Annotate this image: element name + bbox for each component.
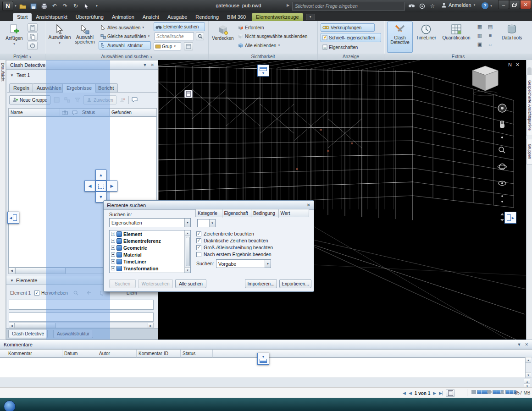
print-button[interactable] [39, 1, 49, 11]
hide-unselected-button[interactable]: Nicht ausgewählte ausblenden [236, 32, 309, 40]
scrollbar-thumb[interactable] [186, 237, 190, 266]
panel-pin-icon[interactable]: ▼ [143, 63, 147, 67]
tab-gespeicherte-ansichtspunkte[interactable]: Gespeicherte Ansichtspunkte [526, 75, 532, 136]
collapse-chevron-icon[interactable]: ▼ [10, 73, 14, 77]
tree-item-material[interactable]: +Material [110, 251, 190, 258]
find-button[interactable]: Suchen [109, 279, 136, 288]
scroll-up-icon[interactable]: ▲ [185, 230, 190, 236]
highlight-checkbox[interactable] [34, 290, 39, 296]
tree-item-timeliner[interactable]: +TimeLiner [110, 258, 190, 265]
tab-ansichtspunkt[interactable]: Ansichtspunkt [32, 13, 71, 21]
expand-icon[interactable]: + [111, 232, 115, 236]
viewport-close-icon[interactable]: ✕ [515, 62, 520, 68]
paste-button[interactable] [28, 23, 38, 32]
quick-find-button[interactable] [196, 33, 204, 40]
expand-icon[interactable]: + [111, 246, 115, 250]
properties-button[interactable]: Eigenschaften [321, 43, 368, 51]
tab-bim360[interactable]: BIM 360 [223, 13, 250, 21]
checkbox[interactable] [196, 238, 201, 243]
checkbox-row-diakritisch[interactable]: Diakritische Zeichen beachten [196, 238, 268, 243]
previous-sheet-icon[interactable]: ◀ [409, 391, 412, 395]
dialog-titlebar[interactable]: Elemente suchen ✕ [104, 201, 314, 210]
checkbox[interactable] [196, 245, 201, 250]
tab-draufsicht[interactable]: Draufsicht [0, 63, 5, 82]
select-all-button[interactable]: Alles auswählen ▼ [99, 23, 146, 32]
timeliner-button[interactable]: TimeLiner [414, 22, 438, 53]
signin-button[interactable]: Anmelden ▼ [441, 2, 476, 8]
dialog-close-icon[interactable]: ✕ [307, 203, 310, 208]
ribbon-collapse-caret-icon[interactable]: ▼ [306, 14, 315, 20]
tree-item-element[interactable]: +Element [110, 230, 190, 237]
expand-icon[interactable]: + [111, 266, 115, 270]
navigation-bar[interactable] [496, 102, 508, 225]
column-kommentar[interactable]: Kommentar [6, 350, 62, 358]
select-same-button[interactable]: Gleiche auswählen ▼ [99, 32, 152, 40]
expand-icon[interactable]: + [111, 252, 115, 257]
tree-item-geometrie[interactable]: +Geometrie [110, 244, 190, 251]
help-button[interactable]: ? ▼ [482, 2, 493, 9]
bottom-tab-clash-detective[interactable]: Clash Detective [8, 330, 48, 338]
test-row[interactable]: ▼ Test 1 [10, 72, 30, 78]
sheet-browser-button[interactable] [446, 389, 455, 397]
checkbox-row-erstes-ergebnis[interactable]: Nach erstem Ergebnis beenden [196, 252, 272, 257]
unhide-all-button[interactable]: Alle einblenden ▼ [236, 41, 282, 49]
quantification-button[interactable]: Quantification [439, 22, 473, 53]
hide-button[interactable]: Verdecken [211, 22, 234, 51]
column-bedingung[interactable]: Bedingung [251, 209, 279, 218]
undo-button[interactable]: ↶ [50, 1, 59, 11]
tree-vscrollbar[interactable]: ▲ ▼ [184, 230, 190, 273]
application-menu-button[interactable]: N [2, 1, 13, 11]
datatools-button[interactable]: DataTools [498, 22, 526, 53]
qat-customize-caret-icon[interactable]: ▼ [92, 1, 101, 11]
open-button[interactable] [18, 1, 28, 11]
new-group-button[interactable]: Neue Gruppe [9, 95, 50, 104]
compare-button[interactable]: ▥ [475, 32, 484, 39]
category-tree[interactable]: +Element +Elementreferenz +Geometrie +Ma… [109, 230, 191, 273]
viewport-3d[interactable] [158, 60, 526, 340]
expand-icon[interactable]: + [111, 239, 115, 243]
column-wert[interactable]: Wert [279, 209, 309, 218]
tab-start[interactable]: Start [13, 13, 32, 21]
application-menu-caret-icon[interactable]: ▼ [14, 5, 17, 7]
checkbox-row-gross-klein[interactable]: Groß-/Kleinschreibung beachten [196, 245, 273, 250]
comment-button[interactable] [130, 96, 139, 104]
group-label-projekt[interactable]: Projekt ▼ [0, 54, 45, 60]
start-button[interactable] [4, 400, 16, 411]
find-items-button[interactable]: Elemente suchen [154, 22, 205, 31]
scroll-left-icon[interactable]: ◀ [9, 323, 15, 328]
minimize-button[interactable]: – [498, 0, 509, 9]
column-found[interactable]: Gefunden [110, 109, 157, 117]
restore-button[interactable] [509, 0, 520, 9]
last-sheet-icon[interactable]: ▶ [439, 391, 443, 395]
tab-elementwerkzeuge[interactable]: Elementwerkzeuge [252, 13, 303, 21]
scroll-down-icon[interactable]: ▼ [526, 372, 531, 378]
tree-item-transformation[interactable]: +Transformation [110, 265, 190, 272]
next-sheet-icon[interactable]: ▶ [433, 391, 436, 395]
selection-tree-button[interactable]: Auswahl- struktur [99, 41, 151, 49]
column-autor[interactable]: Autor [97, 350, 137, 358]
scroll-left-icon[interactable]: ◀ [9, 268, 15, 274]
viewport-marker-icon[interactable] [184, 90, 193, 98]
search-in-dropdown[interactable]: Eigenschaften ▼ [109, 218, 191, 227]
tab-rendering[interactable]: Rendering [191, 13, 223, 21]
find-all-button[interactable]: Alle suchen [175, 279, 206, 288]
tab-animation[interactable]: Animation [108, 13, 139, 21]
quick-find-input[interactable] [155, 33, 194, 40]
links-button[interactable]: Verknüpfungen [321, 23, 375, 32]
column-kategorie[interactable]: Kategorie [196, 209, 222, 218]
tab-ansicht[interactable]: Ansicht [139, 13, 163, 21]
column-status[interactable]: Status [181, 350, 213, 358]
checkbox[interactable] [196, 252, 201, 257]
checkbox[interactable] [196, 231, 201, 236]
select-tool-button[interactable] [82, 1, 91, 11]
expand-icon[interactable]: + [111, 259, 115, 263]
group-dropdown[interactable]: Grup ▼ [154, 42, 181, 50]
convert-button[interactable]: ↔ [486, 40, 495, 48]
group-label-auswaehlen[interactable]: Auswählen und suchen ▼ [45, 54, 208, 60]
tab-regeln[interactable]: Regeln [9, 83, 33, 93]
redo-button[interactable]: ↷ [61, 1, 70, 11]
clash-detective-button[interactable]: Clash Detective [387, 22, 413, 53]
favorites-star-icon[interactable]: ☆ [428, 2, 437, 10]
column-datum[interactable]: Datum [62, 350, 97, 358]
column-eigenschaft[interactable]: Eigenschaft [222, 209, 251, 218]
